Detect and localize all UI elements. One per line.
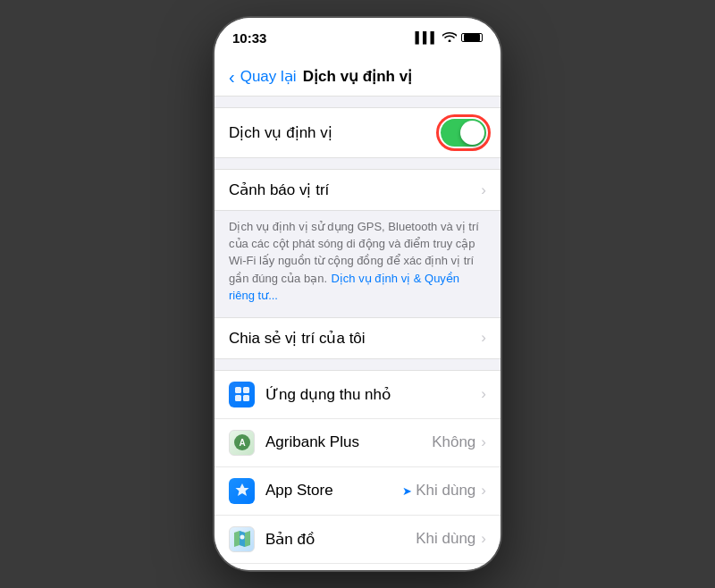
app-value: Khi dùng: [416, 530, 475, 548]
toggle-knob: [460, 121, 484, 145]
description-block: Dịch vụ định vị sử dụng GPS, Bluetooth v…: [214, 211, 500, 307]
share-chevron-icon: ›: [481, 329, 486, 347]
nav-back-label: Quay lại: [240, 67, 297, 86]
nav-title: Dịch vụ định vị: [303, 67, 412, 86]
battery-level: 97+: [466, 33, 479, 42]
app-value: Không: [432, 433, 475, 451]
chevron-icon: ›: [481, 433, 486, 451]
back-arrow-icon: ‹: [229, 68, 235, 86]
chevron-icon: ›: [481, 181, 486, 199]
share-location-section: Chia sẻ vị trí của tôi ›: [214, 317, 500, 359]
list-item[interactable]: A Agribank Plus Không ›: [214, 419, 500, 467]
list-item[interactable]: App Store ➤ Khi dùng ›: [214, 467, 500, 516]
svg-rect-1: [243, 387, 249, 393]
wifi-icon: [442, 31, 457, 45]
status-icons: ▌▌▌ 97+: [415, 31, 483, 45]
list-item[interactable]: Brave Không ›: [214, 564, 500, 570]
app-label: Ứng dụng thu nhỏ: [265, 385, 481, 404]
share-location-row[interactable]: Chia sẻ vị trí của tôi ›: [214, 318, 500, 358]
location-toggle[interactable]: [441, 119, 486, 147]
phone-container: 10:33 ▌▌▌ 97+ ‹ Quay lại Dịch vụ định vị: [214, 18, 500, 570]
signal-icon: ▌▌▌: [415, 31, 438, 44]
app-icon-appstore: [229, 478, 255, 504]
location-service-label: Dịch vụ định vị: [229, 123, 441, 142]
share-location-label: Chia sẻ vị trí của tôi: [229, 329, 481, 348]
nav-back-button[interactable]: ‹ Quay lại: [229, 67, 297, 86]
app-icon-bando: [229, 526, 255, 552]
app-label: Agribank Plus: [265, 433, 432, 451]
svg-point-8: [240, 535, 244, 540]
location-indicator-icon: ➤: [402, 484, 412, 498]
main-toggle-section: Dịch vụ định vị: [214, 107, 500, 158]
svg-rect-2: [235, 395, 241, 401]
battery-icon: 97+: [461, 33, 483, 42]
app-value: Khi dùng: [416, 482, 475, 500]
location-warning-label: Cảnh báo vị trí: [229, 181, 481, 199]
app-icon-ung-dung: [229, 382, 255, 407]
app-label: Bản đồ: [265, 530, 416, 549]
chevron-icon: ›: [481, 385, 486, 403]
svg-text:A: A: [239, 438, 245, 448]
chevron-icon: ›: [481, 530, 486, 548]
location-warning-section: Cảnh báo vị trí ›: [214, 169, 500, 211]
location-service-row: Dịch vụ định vị: [214, 108, 500, 157]
status-time: 10:33: [232, 30, 266, 46]
chevron-icon: ›: [481, 482, 486, 500]
app-label: App Store: [265, 482, 402, 500]
nav-bar: ‹ Quay lại Dịch vụ định vị: [214, 57, 500, 97]
status-bar: 10:33 ▌▌▌ 97+: [214, 18, 500, 57]
apps-section: Ứng dụng thu nhỏ › A Agribank Plus Không…: [214, 370, 500, 570]
svg-rect-3: [243, 395, 249, 401]
location-warning-row[interactable]: Cảnh báo vị trí ›: [214, 170, 500, 210]
list-item[interactable]: Ứng dụng thu nhỏ ›: [214, 371, 500, 419]
svg-rect-0: [235, 387, 241, 393]
list-item[interactable]: Bản đồ Khi dùng ›: [214, 516, 500, 564]
app-icon-agribank: A: [229, 430, 255, 456]
content-scroll[interactable]: Dịch vụ định vị Cảnh báo vị trí › Dịch v…: [214, 97, 500, 570]
